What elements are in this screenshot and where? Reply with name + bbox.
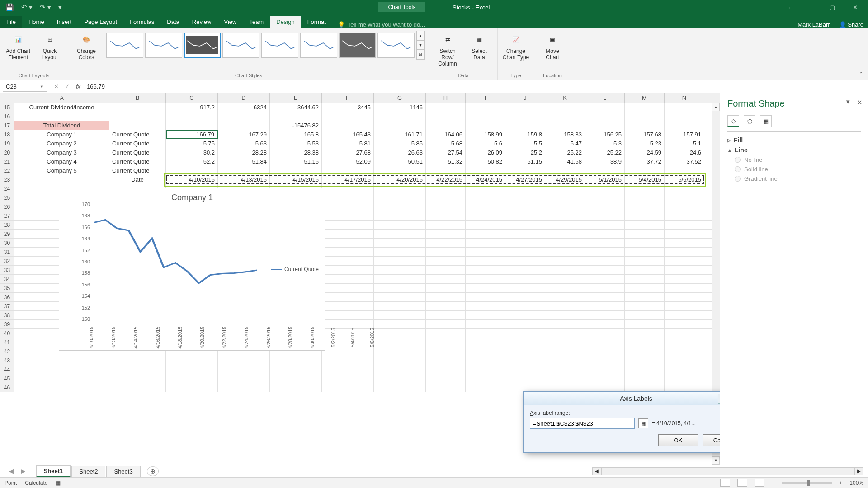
cell[interactable] (322, 221, 374, 229)
cell[interactable]: Date (109, 175, 166, 184)
cell[interactable] (270, 356, 322, 365)
cancel-button[interactable]: Cancel (703, 434, 720, 446)
dropdown-icon[interactable]: ▼ (40, 84, 44, 89)
cell[interactable]: 51.84 (218, 157, 270, 166)
chart-legend[interactable]: Current Quote (271, 266, 319, 272)
cell[interactable] (426, 193, 466, 202)
cell[interactable] (166, 166, 218, 175)
scroll-up-button[interactable]: ▲ (712, 103, 720, 111)
line-section[interactable]: ▲Line (727, 146, 861, 154)
cell[interactable] (665, 257, 704, 265)
cell[interactable] (109, 383, 166, 392)
tab-file[interactable]: File (0, 16, 22, 28)
cell[interactable] (466, 383, 505, 392)
cell[interactable] (625, 275, 665, 283)
formula-accept-icon[interactable]: ✓ (62, 83, 71, 90)
cell[interactable] (505, 365, 545, 374)
cell[interactable] (322, 202, 374, 211)
cell[interactable] (426, 248, 466, 256)
column-header-J[interactable]: J (505, 93, 545, 103)
cell[interactable] (466, 320, 505, 328)
cell[interactable] (270, 166, 322, 175)
cell[interactable]: 5.68 (426, 139, 466, 148)
row-header[interactable]: 26 (0, 202, 14, 211)
cell[interactable] (625, 103, 665, 112)
cell[interactable] (374, 311, 426, 319)
cell[interactable] (585, 248, 625, 256)
column-header-C[interactable]: C (166, 93, 218, 103)
cell[interactable] (426, 166, 466, 175)
cell[interactable] (545, 193, 585, 202)
cell[interactable] (625, 365, 665, 374)
cell[interactable]: 51.32 (426, 157, 466, 166)
cell[interactable] (374, 248, 426, 256)
row-header[interactable]: 27 (0, 211, 14, 220)
cell[interactable] (374, 184, 426, 193)
cell[interactable] (166, 121, 218, 130)
cell[interactable] (270, 374, 322, 383)
row-header[interactable]: 20 (0, 148, 14, 157)
cell[interactable]: 5.5 (505, 139, 545, 148)
cell[interactable] (466, 121, 505, 130)
cell[interactable] (625, 211, 665, 220)
cell[interactable]: 5.23 (625, 139, 665, 148)
cell[interactable]: 4/22/2015 (426, 175, 466, 184)
cell[interactable] (625, 302, 665, 310)
cell[interactable] (665, 374, 704, 383)
undo-icon[interactable]: ↶ ▾ (21, 3, 33, 11)
cell[interactable] (466, 184, 505, 193)
cell[interactable]: 37.72 (625, 157, 665, 166)
column-header-H[interactable]: H (426, 93, 466, 103)
cell[interactable] (218, 383, 270, 392)
cell[interactable]: 5.3 (585, 139, 625, 148)
cell[interactable] (14, 374, 109, 383)
cell[interactable] (466, 275, 505, 283)
cell[interactable] (625, 356, 665, 365)
cell[interactable] (585, 338, 625, 347)
column-header-L[interactable]: L (585, 93, 625, 103)
cell[interactable] (109, 365, 166, 374)
cell[interactable] (545, 338, 585, 347)
cell[interactable]: 52.2 (166, 157, 218, 166)
cell[interactable] (545, 211, 585, 220)
cell[interactable] (322, 184, 374, 193)
cell[interactable] (218, 166, 270, 175)
cell[interactable] (545, 365, 585, 374)
cell[interactable] (426, 239, 466, 247)
cell[interactable] (505, 166, 545, 175)
formula-input[interactable]: 166.79 (84, 83, 105, 90)
cell[interactable]: Company 2 (14, 139, 109, 148)
cell[interactable]: 28.28 (218, 148, 270, 157)
row-header[interactable]: 36 (0, 293, 14, 301)
cell[interactable]: 5.6 (466, 139, 505, 148)
cell[interactable] (505, 383, 545, 392)
cell[interactable] (166, 374, 218, 383)
cell[interactable] (109, 356, 166, 365)
minimize-icon[interactable]: — (799, 0, 820, 14)
cell[interactable] (466, 221, 505, 229)
axis-label-range-input[interactable] (530, 418, 635, 429)
spreadsheet-grid[interactable]: ABCDEFGHIJKLMN 15Current Dividend/Income… (0, 93, 720, 465)
row-header[interactable]: 15 (0, 103, 14, 112)
cell[interactable]: -15476.82 (270, 121, 322, 130)
cell[interactable] (109, 112, 166, 121)
cell[interactable] (466, 293, 505, 301)
cell[interactable]: 5.81 (322, 139, 374, 148)
cell[interactable]: 5.1 (665, 139, 704, 148)
cell[interactable]: Company 3 (14, 148, 109, 157)
row-header[interactable]: 22 (0, 166, 14, 175)
cell[interactable] (665, 329, 704, 338)
cell[interactable] (374, 383, 426, 392)
cell[interactable] (426, 112, 466, 121)
add-sheet-button[interactable]: ⊕ (147, 466, 159, 476)
cell[interactable] (322, 356, 374, 365)
cell[interactable] (374, 320, 426, 328)
cell[interactable]: 50.51 (374, 157, 426, 166)
cell[interactable]: Company 1 (14, 130, 109, 139)
scroll-down-icon[interactable]: ▼ (417, 41, 424, 50)
row-header[interactable]: 17 (0, 121, 14, 130)
scroll-down-button[interactable]: ▼ (712, 456, 720, 465)
cell[interactable] (426, 383, 466, 392)
cell[interactable] (665, 311, 704, 319)
cell[interactable]: 4/17/2015 (322, 175, 374, 184)
